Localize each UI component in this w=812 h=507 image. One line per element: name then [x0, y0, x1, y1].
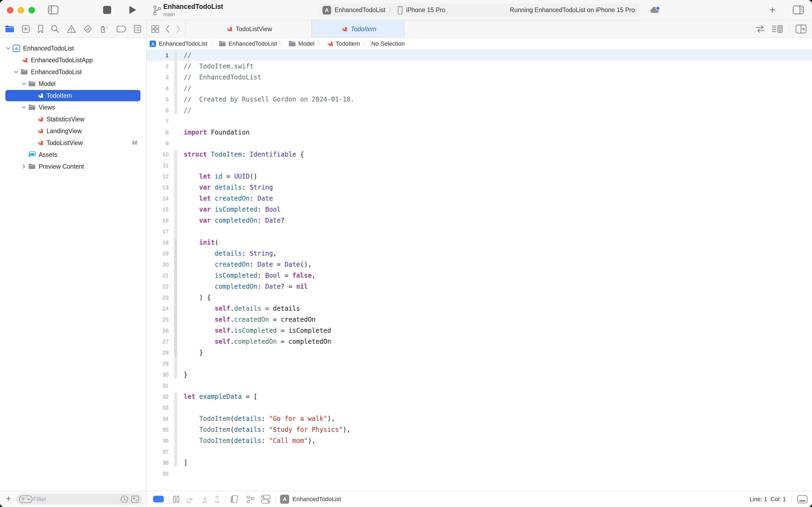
breadcrumb-item-todoitem[interactable]: TodoItem — [326, 40, 360, 48]
line-number[interactable]: 6 — [147, 107, 172, 114]
sidebar-toggle-icon[interactable] — [48, 5, 59, 14]
line-number[interactable]: 13 — [147, 184, 172, 191]
tab-todoitem[interactable]: TodoItem — [312, 20, 405, 38]
back-button-icon[interactable] — [165, 25, 170, 33]
line-number[interactable]: 9 — [147, 140, 172, 147]
sidebar-item-model[interactable]: Model — [0, 78, 147, 90]
report-navigator-icon[interactable] — [133, 24, 141, 34]
disclosure-triangle[interactable] — [20, 164, 28, 169]
filter-menu-icon[interactable] — [19, 495, 33, 503]
line-number[interactable]: 14 — [147, 195, 172, 202]
bookmark-navigator-icon[interactable] — [37, 24, 44, 34]
line-number[interactable]: 3 — [147, 74, 172, 80]
line-number[interactable]: 12 — [147, 173, 172, 180]
line-number[interactable]: 30 — [147, 372, 172, 378]
line-number[interactable]: 34 — [147, 415, 172, 422]
line-number[interactable]: 4 — [147, 85, 172, 92]
window-close-button[interactable] — [7, 7, 13, 13]
environment-overrides-icon[interactable] — [260, 494, 271, 504]
recent-files-icon[interactable] — [120, 495, 129, 504]
disclosure-triangle[interactable] — [12, 70, 20, 73]
line-number[interactable]: 27 — [147, 338, 172, 345]
line-number[interactable]: 21 — [147, 272, 172, 279]
issue-navigator-icon[interactable] — [67, 24, 76, 34]
inspector-toggle-icon[interactable] — [793, 5, 804, 14]
project-navigator-icon[interactable] — [5, 25, 14, 33]
line-number[interactable]: 2 — [147, 63, 172, 69]
breadcrumb-item-enhancedtodolist[interactable]: AEnhancedTodoList — [149, 40, 207, 47]
memory-graph-icon[interactable] — [245, 495, 255, 504]
line-number[interactable]: 15 — [147, 206, 172, 213]
scheme-device-label[interactable]: iPhone 15 Pro — [406, 6, 445, 14]
editor-layout-icon[interactable] — [797, 495, 808, 504]
running-app-label[interactable]: EnhancedTodoList — [292, 496, 341, 503]
breadcrumb-item-enhancedtodolist[interactable]: EnhancedTodoList — [219, 40, 277, 47]
source-editor[interactable]: 1//2// TodoItem.swift3// EnhancedTodoLis… — [147, 50, 812, 491]
line-number[interactable]: 38 — [147, 459, 172, 466]
step-out-icon[interactable] — [214, 495, 221, 504]
line-number[interactable]: 8 — [147, 129, 172, 135]
window-minimize-button[interactable] — [18, 7, 24, 13]
find-navigator-icon[interactable] — [51, 24, 60, 34]
fold-ribbon[interactable] — [174, 392, 177, 467]
source-control-filter-icon[interactable] — [131, 495, 139, 503]
line-number[interactable]: 31 — [147, 382, 172, 389]
filter-input[interactable] — [33, 496, 120, 503]
line-number[interactable]: 24 — [147, 305, 172, 312]
line-number[interactable]: 32 — [147, 393, 172, 400]
pause-button-icon[interactable] — [173, 495, 180, 503]
sidebar-item-enhancedtodolist[interactable]: AEnhancedTodoList — [0, 43, 147, 54]
sidebar-item-todoitem[interactable]: TodoItem — [0, 90, 147, 102]
line-number[interactable]: 33 — [147, 404, 172, 411]
disclosure-triangle[interactable] — [4, 47, 12, 50]
line-number[interactable]: 23 — [147, 294, 172, 301]
stop-button[interactable] — [103, 6, 111, 14]
line-number[interactable]: 16 — [147, 217, 172, 224]
filter-field[interactable] — [16, 494, 142, 505]
step-over-icon[interactable] — [184, 495, 196, 504]
related-items-icon[interactable] — [151, 25, 160, 33]
code-review-icon[interactable] — [755, 25, 765, 33]
forward-button-icon[interactable] — [176, 25, 181, 33]
sidebar-item-enhancedtodolist[interactable]: EnhancedTodoList — [0, 66, 147, 78]
disclosure-triangle[interactable] — [20, 106, 28, 109]
scheme-bar[interactable]: A EnhancedTodoList 〉 iPhone 15 Pro Runni… — [320, 3, 640, 17]
line-number[interactable]: 18 — [147, 239, 172, 246]
line-number[interactable]: 5 — [147, 96, 172, 103]
line-number[interactable]: 19 — [147, 250, 172, 257]
view-hierarchy-icon[interactable] — [230, 495, 241, 504]
source-control-navigator-icon[interactable] — [21, 24, 31, 34]
line-number[interactable]: 29 — [147, 360, 172, 367]
tab-todolistview[interactable]: TodoListView — [185, 20, 312, 38]
debug-navigator-icon[interactable] — [99, 24, 110, 34]
running-app-icon[interactable]: A — [280, 495, 289, 504]
sidebar-item-assets[interactable]: Assets — [0, 149, 147, 161]
sidebar-item-statisticsview[interactable]: StatisticsView — [0, 113, 147, 125]
line-number[interactable]: 36 — [147, 438, 172, 444]
line-number[interactable]: 35 — [147, 427, 172, 433]
run-button[interactable] — [128, 5, 137, 15]
line-number[interactable]: 7 — [147, 118, 172, 125]
line-col-indicator[interactable]: Line: 1 Col: 1 — [749, 496, 786, 503]
test-navigator-icon[interactable] — [83, 24, 93, 34]
disclosure-triangle[interactable] — [20, 82, 28, 86]
line-number[interactable]: 28 — [147, 349, 172, 356]
line-number[interactable]: 37 — [147, 448, 172, 455]
breakpoint-navigator-icon[interactable] — [117, 25, 127, 33]
window-zoom-button[interactable] — [28, 7, 35, 13]
sidebar-item-enhancedtodolistapp[interactable]: EnhancedTodoListApp — [0, 54, 147, 66]
sidebar-item-todolistview[interactable]: TodoListViewM — [0, 137, 147, 149]
cloud-status-icon[interactable] — [649, 6, 661, 14]
line-number[interactable]: 17 — [147, 228, 172, 235]
line-number[interactable]: 10 — [147, 151, 172, 158]
line-number[interactable]: 26 — [147, 327, 172, 334]
fold-ribbon[interactable] — [174, 238, 177, 357]
editor-options-icon[interactable] — [771, 25, 783, 33]
line-number[interactable]: 1 — [147, 52, 172, 59]
line-number[interactable]: 20 — [147, 261, 172, 268]
sidebar-item-views[interactable]: Views — [0, 102, 147, 113]
breadcrumb-item-model[interactable]: Model — [288, 40, 314, 47]
scheme-target-label[interactable]: EnhancedTodoList — [335, 6, 385, 14]
sidebar-item-landingview[interactable]: LandingView — [0, 125, 147, 137]
sidebar-item-preview-content[interactable]: Preview Content — [0, 161, 147, 172]
